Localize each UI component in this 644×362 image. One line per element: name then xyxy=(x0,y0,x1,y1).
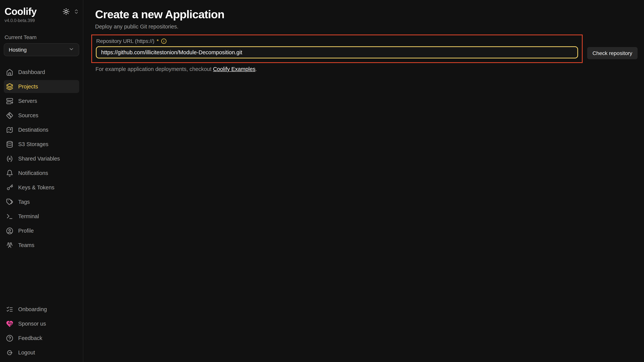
sidebar-item-sources[interactable]: Sources xyxy=(4,109,79,122)
sidebar-item-s3-storages[interactable]: S3 Storages xyxy=(4,138,79,151)
help-circle-icon xyxy=(6,334,13,342)
sidebar-item-label: Sources xyxy=(18,112,38,118)
sidebar-item-label: Terminal xyxy=(18,213,39,219)
sidebar-item-label: Servers xyxy=(18,98,37,104)
team-select[interactable]: Hosting xyxy=(4,43,79,56)
app-version: v4.0.0-beta.399 xyxy=(4,18,79,23)
sidebar-item-label: Onboarding xyxy=(18,306,47,312)
users-icon xyxy=(6,242,13,249)
list-checks-icon xyxy=(6,306,13,313)
sidebar-item-feedback[interactable]: Feedback xyxy=(4,332,79,344)
sidebar-item-label: S3 Storages xyxy=(18,141,48,147)
info-icon[interactable] xyxy=(161,38,167,44)
sun-icon xyxy=(62,8,70,15)
sidebar-item-label: Feedback xyxy=(18,335,42,341)
sidebar-item-logout[interactable]: Logout xyxy=(4,346,79,359)
database-icon xyxy=(6,141,13,148)
sidebar-item-label: Logout xyxy=(18,349,35,355)
helper-prefix: For example application deployments, che… xyxy=(96,66,213,72)
key-icon xyxy=(6,184,13,191)
sidebar-header-actions xyxy=(62,8,79,15)
home-icon xyxy=(6,69,13,76)
sidebar-item-notifications[interactable]: Notifications xyxy=(4,166,79,179)
sidebar-item-destinations[interactable]: Destinations xyxy=(4,123,79,136)
sidebar-item-tags[interactable]: Tags xyxy=(4,196,79,208)
team-select-value: Hosting xyxy=(9,47,27,53)
required-asterisk: * xyxy=(157,38,159,44)
map-icon xyxy=(6,126,13,133)
helper-text: For example application deployments, che… xyxy=(95,66,644,72)
sidebar: Coolify v4.0.0-beta.399 Current Team Hos… xyxy=(0,0,83,362)
sidebar-item-label: Dashboard xyxy=(18,69,45,75)
git-icon xyxy=(6,112,13,119)
sidebar-item-terminal[interactable]: Terminal xyxy=(4,210,79,223)
sidebar-item-label: Keys & Tokens xyxy=(18,185,54,191)
heart-handshake-icon xyxy=(6,320,13,327)
variable-icon xyxy=(6,155,13,162)
sidebar-collapse-button[interactable] xyxy=(74,9,79,15)
repository-url-label: Repository URL (https://) xyxy=(96,38,154,44)
sidebar-item-label: Destinations xyxy=(18,127,48,133)
sidebar-item-label: Profile xyxy=(18,228,34,234)
bell-icon xyxy=(6,169,13,177)
sidebar-item-label: Projects xyxy=(18,83,38,90)
app-window: Coolify v4.0.0-beta.399 Current Team Hos… xyxy=(0,0,644,362)
repository-url-input[interactable] xyxy=(96,46,578,58)
sidebar-item-label: Teams xyxy=(18,242,34,248)
sidebar-item-profile[interactable]: Profile xyxy=(4,224,79,237)
onboarding-highlight-box: Repository URL (https://) * xyxy=(91,35,583,63)
user-circle-icon xyxy=(6,227,13,234)
layers-icon xyxy=(6,83,13,90)
repository-form-row: Repository URL (https://) * Check reposi… xyxy=(91,35,644,63)
tags-icon xyxy=(6,198,13,206)
sidebar-item-onboarding[interactable]: Onboarding xyxy=(4,303,79,316)
helper-suffix: . xyxy=(256,66,257,72)
terminal-icon xyxy=(6,213,13,220)
sidebar-item-servers[interactable]: Servers xyxy=(4,94,79,107)
sidebar-item-label: Notifications xyxy=(18,170,48,176)
sidebar-item-label: Tags xyxy=(18,199,30,205)
page-title: Create a new Application xyxy=(95,8,644,21)
chevron-down-icon xyxy=(68,46,74,53)
page-subtitle: Deploy any public Git repositories. xyxy=(95,24,644,30)
sidebar-item-keys-tokens[interactable]: Keys & Tokens xyxy=(4,181,79,194)
check-repository-button[interactable]: Check repository xyxy=(587,47,638,59)
sidebar-item-sponsor-us[interactable]: Sponsor us xyxy=(4,317,79,330)
sidebar-nav: Dashboard Projects Servers Sources Desti… xyxy=(4,66,79,252)
app-logo: Coolify xyxy=(4,5,36,18)
current-team-label: Current Team xyxy=(4,34,79,40)
sidebar-item-dashboard[interactable]: Dashboard xyxy=(4,66,79,79)
repository-url-label-row: Repository URL (https://) * xyxy=(96,38,578,44)
sidebar-item-projects[interactable]: Projects xyxy=(4,80,79,93)
sidebar-header: Coolify xyxy=(4,5,79,18)
sidebar-item-label: Shared Variables xyxy=(18,155,60,162)
sidebar-item-label: Sponsor us xyxy=(18,321,46,327)
chevrons-up-down-icon xyxy=(74,9,79,15)
sidebar-item-teams[interactable]: Teams xyxy=(4,239,79,252)
sidebar-item-shared-variables[interactable]: Shared Variables xyxy=(4,152,79,165)
logout-icon xyxy=(6,349,13,356)
theme-toggle-button[interactable] xyxy=(62,8,70,15)
coolify-examples-link[interactable]: Coolify Examples xyxy=(213,66,256,72)
sidebar-footer: Onboarding Sponsor us Feedback Logout xyxy=(4,303,79,360)
main-content: Create a new Application Deploy any publ… xyxy=(83,0,644,362)
server-icon xyxy=(6,97,13,105)
